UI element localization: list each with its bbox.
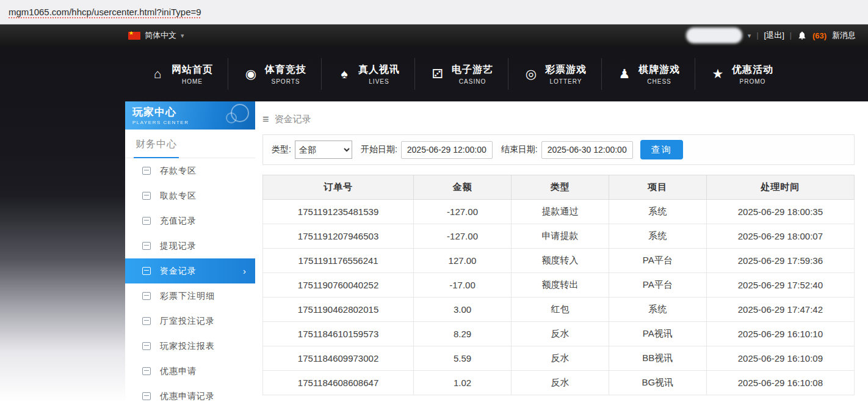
column-header: 订单号 — [263, 175, 414, 200]
table-cell: 1751190462802015 — [263, 298, 414, 322]
promo-application-records-icon — [142, 392, 151, 400]
table-cell: 2025-06-29 17:59:36 — [706, 249, 854, 273]
nav-item-text: 电子游艺CASINO — [452, 64, 493, 85]
bell-icon[interactable] — [797, 31, 807, 40]
divider: | — [790, 31, 792, 40]
table-cell: 8.29 — [414, 322, 512, 346]
table-cell: 1751184608608647 — [263, 371, 414, 395]
column-header: 项目 — [609, 175, 706, 200]
nav-item-sublabel: LOTTERY — [545, 78, 587, 85]
type-select[interactable]: 全部 — [295, 141, 352, 159]
new-message-link[interactable]: 新消息 — [832, 30, 856, 41]
table-cell: BG视讯 — [609, 371, 706, 395]
table-cell: 额度转出 — [511, 273, 609, 298]
player-bet-report-icon — [142, 342, 151, 350]
sidebar-item-label: 优惠申请 — [160, 366, 197, 377]
table-cell: 系统 — [609, 298, 706, 322]
nav-item-lives[interactable]: ♠真人视讯LIVES — [321, 58, 414, 90]
user-area: ▾ | [退出] | (63) 新消息 — [686, 27, 856, 43]
table-cell: 2025-06-29 18:00:07 — [706, 224, 854, 249]
message-count: (63) — [812, 31, 826, 40]
table-cell: 反水 — [511, 371, 609, 395]
page-url[interactable]: mgm1065.com/hhcp/usercenter.html?iniType… — [9, 7, 201, 17]
sidebar-item-label: 厅室投注记录 — [160, 316, 215, 327]
end-date-input[interactable] — [541, 141, 633, 159]
table-header-row: 订单号金额类型项目处理时间 — [263, 175, 855, 200]
nav-item-home[interactable]: ⌂网站首页HOME — [135, 58, 228, 90]
table-cell: PA平台 — [609, 249, 706, 273]
table-cell: 额度转入 — [511, 249, 609, 273]
table-cell: -127.00 — [414, 224, 512, 249]
language-selector[interactable]: ★ 简体中文 ▾ — [128, 30, 184, 41]
basketball-icon: ◉ — [243, 67, 259, 81]
sidebar-item-funds-records[interactable]: 资金记录› — [125, 258, 255, 283]
nav-item-text: 彩票游戏LOTTERY — [545, 64, 587, 85]
dice-icon: ⚂ — [430, 67, 446, 81]
column-header: 类型 — [511, 175, 609, 200]
table-cell: 3.00 — [414, 298, 512, 322]
nav-item-sports[interactable]: ◉体育竞技SPORTS — [228, 58, 321, 90]
sidebar-item-recharge-records[interactable]: 充值记录 — [125, 208, 255, 233]
table-cell: 2025-06-29 17:47:42 — [706, 298, 854, 322]
sidebar-item-lottery-bet-details[interactable]: 彩票下注明细 — [125, 283, 255, 309]
sidebar-item-promo-application-records[interactable]: 优惠申请记录 — [125, 384, 255, 402]
home-icon: ⌂ — [150, 67, 165, 81]
browser-address-bar[interactable]: mgm1065.com/hhcp/usercenter.html?iniType… — [0, 0, 868, 24]
nav-item-sublabel: LIVES — [358, 78, 400, 85]
table-cell: 红包 — [511, 298, 609, 322]
username-blurred[interactable] — [686, 27, 742, 43]
table-row: 1751191235481539-127.00提款通过系统2025-06-29 … — [263, 200, 855, 224]
table-cell: 1.02 — [414, 371, 512, 395]
table-cell: 1751184609973002 — [263, 346, 414, 371]
chevron-down-icon: ▾ — [181, 32, 184, 40]
column-header: 处理时间 — [706, 175, 854, 200]
nav-item-label: 电子游艺 — [452, 64, 493, 76]
table-cell: 2025-06-29 18:00:35 — [706, 200, 854, 224]
table-row: 17511846099730025.59反水BB视讯2025-06-29 16:… — [263, 346, 855, 371]
sidebar-item-promo-application[interactable]: 优惠申请 — [125, 359, 255, 384]
players-center-header: 玩家中心 PLAYERS CENTER — [125, 101, 255, 130]
logout-link[interactable]: [退出] — [764, 30, 784, 41]
table-cell: 2025-06-29 16:10:09 — [706, 346, 854, 371]
account-chevron-down-icon[interactable]: ▾ — [748, 32, 751, 40]
deposit-zone-icon — [142, 167, 151, 175]
lottery-ball-icon: ◎ — [523, 67, 539, 81]
table-row: 1751191207946503-127.00申请提款系统2025-06-29 … — [263, 224, 855, 249]
sidebar-item-label: 取款专区 — [160, 191, 197, 202]
nav-item-lottery[interactable]: ◎彩票游戏LOTTERY — [508, 58, 601, 90]
section-title: 财务中心 — [134, 138, 179, 158]
sidebar-item-label: 存款专区 — [160, 166, 197, 177]
gift-icon: ★ — [710, 67, 726, 81]
funds-records-table: 订单号金额类型项目处理时间 1751191235481539-127.00提款通… — [262, 175, 855, 395]
main-nav: ⌂网站首页HOME◉体育竞技SPORTS♠真人视讯LIVES⚂电子游艺CASIN… — [0, 46, 868, 101]
sidebar-item-label: 资金记录 — [160, 266, 197, 277]
table-cell: 2025-06-29 17:52:40 — [706, 273, 854, 298]
nav-item-chess[interactable]: ♟棋牌游戏CHESS — [601, 58, 695, 90]
flag-star: ★ — [129, 29, 134, 37]
table-row: 17511846101595738.29反水PA视讯2025-06-29 16:… — [263, 322, 855, 346]
nav-item-promo[interactable]: ★优惠活动PROMO — [695, 58, 788, 90]
table-row: 1751190760040252-17.00额度转出PA平台2025-06-29… — [263, 273, 855, 298]
main-panel: ≡ 资金记录 类型: 全部 开始日期: 结束日期: 查询 订单号金额类型项目处理… — [255, 101, 868, 402]
table-cell: 系统 — [609, 200, 706, 224]
nav-items: ⌂网站首页HOME◉体育竞技SPORTS♠真人视讯LIVES⚂电子游艺CASIN… — [135, 58, 788, 90]
sidebar-item-deposit-zone[interactable]: 存款专区 — [125, 158, 255, 183]
sidebar-item-withdrawal-records[interactable]: 提现记录 — [125, 233, 255, 258]
search-button[interactable]: 查询 — [640, 140, 683, 159]
sidebar-item-label: 优惠申请记录 — [160, 391, 215, 402]
breadcrumb: ≡ 资金记录 — [262, 110, 855, 128]
sidebar-item-withdraw-zone[interactable]: 取款专区 — [125, 183, 255, 208]
sidebar: 玩家中心 PLAYERS CENTER 财务中心 存款专区取款专区充值记录提现记… — [125, 101, 255, 402]
hall-bet-records-icon — [142, 317, 151, 325]
table-cell: 1751191176556241 — [263, 249, 414, 273]
table-cell: PA视讯 — [609, 322, 706, 346]
nav-item-casino[interactable]: ⚂电子游艺CASINO — [414, 58, 508, 90]
table-cell: -127.00 — [414, 200, 512, 224]
sidebar-item-hall-bet-records[interactable]: 厅室投注记录 — [125, 309, 255, 334]
table-cell: 申请提款 — [511, 224, 609, 249]
sidebar-item-player-bet-report[interactable]: 玩家投注报表 — [125, 334, 255, 359]
table-cell: 提款通过 — [511, 200, 609, 224]
nav-item-text: 真人视讯LIVES — [358, 64, 400, 85]
decorative-circles-icon — [231, 104, 249, 122]
start-date-input[interactable] — [401, 141, 493, 159]
